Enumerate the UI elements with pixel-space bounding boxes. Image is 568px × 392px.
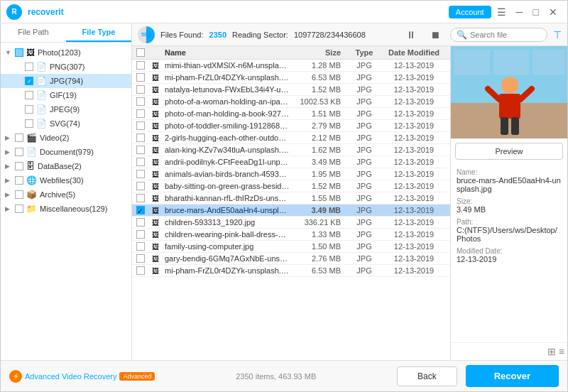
- file-checkbox[interactable]: [136, 254, 145, 263]
- tree-checkbox-video[interactable]: [15, 134, 23, 142]
- minimize-button[interactable]: ─: [512, 5, 528, 19]
- tree-item-svg[interactable]: 📄 SVG(74): [1, 116, 131, 131]
- file-checkbox[interactable]: [136, 61, 145, 70]
- tree-checkbox-gif[interactable]: [25, 91, 33, 99]
- tree-item-gif[interactable]: 📄 GIF(19): [1, 88, 131, 102]
- reading-sector-label: Reading Sector:: [232, 31, 288, 39]
- advanced-video-recovery-link[interactable]: Advanced Video Recovery: [25, 372, 116, 381]
- tree-checkbox-photo[interactable]: [15, 48, 23, 57]
- file-size: 1.55 MB: [290, 194, 346, 202]
- tree-item-jpg[interactable]: ✓ 📄 JPG(794): [1, 74, 131, 88]
- tree-item-document[interactable]: ▶ 📄 Document(979): [1, 145, 131, 159]
- tab-filepath[interactable]: File Path: [1, 23, 66, 42]
- menu-button[interactable]: ☰: [493, 5, 510, 19]
- tree-checkbox-jpg[interactable]: ✓: [25, 77, 33, 85]
- table-row[interactable]: 🖼 photo-of-a-woman-holding-an-ipad-7... …: [132, 96, 450, 108]
- svg-point-8: [501, 77, 518, 94]
- preview-modified-label: Modified Date:: [457, 247, 562, 255]
- stop-button[interactable]: ⏹: [426, 27, 444, 43]
- file-checkbox[interactable]: [136, 218, 145, 227]
- table-row[interactable]: 🖼 baby-sitting-on-green-grass-beside-...…: [132, 180, 450, 192]
- file-checkbox[interactable]: [136, 230, 145, 239]
- file-checkbox[interactable]: ✓: [136, 206, 145, 214]
- file-checkbox[interactable]: [136, 182, 145, 190]
- file-checkbox[interactable]: [136, 158, 145, 166]
- tree-label-png: PNG(307): [50, 62, 85, 71]
- tree-item-archive[interactable]: ▶ 📦 Archive(5): [1, 187, 131, 202]
- tree-checkbox-document[interactable]: [15, 148, 23, 156]
- pause-button[interactable]: ⏸: [402, 27, 420, 43]
- table-row[interactable]: 🖼 2-girls-hugging-each-other-outdoor-...…: [132, 132, 450, 144]
- tree-checkbox-svg[interactable]: [25, 119, 33, 128]
- recover-button[interactable]: Recover: [466, 365, 559, 387]
- app-logo-icon: R: [6, 4, 22, 20]
- file-date: 12-13-2019: [382, 109, 446, 118]
- tree-item-database[interactable]: ▶ 🗄 DataBase(2): [1, 159, 131, 173]
- table-row[interactable]: 🖼 bharathi-kannan-rfL-thIRzDs-unsplas...…: [132, 192, 450, 205]
- table-row[interactable]: 🖼 family-using-computer.jpg 1.50 MB JPG …: [132, 241, 450, 253]
- file-checkbox[interactable]: [136, 134, 145, 142]
- tree-item-video[interactable]: ▶ 🎬 Video(2): [1, 131, 131, 145]
- table-row[interactable]: 🖼 natalya-letunova-FWxEbL34i4Y-unsp... 1…: [132, 84, 450, 96]
- tree-checkbox-jpeg[interactable]: [25, 105, 33, 114]
- file-checkbox[interactable]: [136, 85, 145, 94]
- tree-checkbox-misc[interactable]: [15, 205, 23, 213]
- title-bar-left: R recoverit: [6, 4, 77, 20]
- table-row[interactable]: 🖼 mi-pham-FrZL0r4DZYk-unsplash.jpg 6.53 …: [132, 265, 450, 277]
- tree-checkbox-png[interactable]: [25, 62, 33, 71]
- table-row[interactable]: 🖼 children-593313_1920.jpg 336.21 KB JPG…: [132, 217, 450, 229]
- maximize-button[interactable]: □: [529, 5, 543, 19]
- file-checkbox[interactable]: [136, 73, 145, 82]
- file-checkbox[interactable]: [136, 266, 145, 275]
- list-view-button[interactable]: ≡: [559, 346, 564, 357]
- file-checkbox[interactable]: [136, 146, 145, 154]
- preview-button[interactable]: Preview: [455, 143, 563, 160]
- tree-item-misc[interactable]: ▶ 📁 Miscellaneous(129): [1, 202, 131, 216]
- table-row[interactable]: 🖼 andrii-podilnyk-CFtFeeaDg1I-unplas... …: [132, 156, 450, 168]
- select-all-checkbox[interactable]: [136, 48, 145, 57]
- table-row[interactable]: 🖼 photo-of-man-holding-a-book-92702... 1…: [132, 108, 450, 120]
- tree-label-webfiles: Webfiles(30): [40, 176, 84, 185]
- file-name: family-using-computer.jpg: [165, 242, 290, 251]
- table-row[interactable]: 🖼 alan-king-KZv7w34tluA-unsplash.jpg 1.6…: [132, 144, 450, 156]
- file-date: 12-13-2019: [382, 194, 446, 202]
- table-row[interactable]: 🖼 gary-bendig-6GMq7AGxNbE-unsplash... 2.…: [132, 253, 450, 265]
- tree-container: ▼ 🖼 Photo(1203) 📄 PNG(307) ✓ 📄: [1, 43, 131, 360]
- file-checkbox[interactable]: [136, 97, 145, 106]
- file-checkbox[interactable]: [136, 194, 145, 202]
- file-checkbox[interactable]: [136, 242, 145, 251]
- svg-rect-5: [454, 50, 490, 75]
- tree-checkbox-database[interactable]: [15, 162, 23, 170]
- table-row[interactable]: 🖼 children-wearing-pink-ball-dress-360..…: [132, 229, 450, 241]
- file-size: 1.62 MB: [290, 146, 346, 154]
- account-button[interactable]: Account: [449, 6, 491, 18]
- table-row[interactable]: 🖼 mimi-thian-vdXMSlX-n6M-unsplash.jpg 1.…: [132, 60, 450, 72]
- file-checkbox[interactable]: [136, 121, 145, 130]
- back-button[interactable]: Back: [397, 366, 457, 386]
- close-button[interactable]: ✕: [545, 5, 562, 19]
- file-name: animals-avian-birds-branch-459326.j...: [165, 170, 290, 178]
- preview-image: [451, 46, 567, 138]
- file-checkbox[interactable]: [136, 109, 145, 118]
- preview-size-value: 3.49 MB: [457, 205, 562, 214]
- tree-item-webfiles[interactable]: ▶ 🌐 Webfiles(30): [1, 173, 131, 187]
- preview-svg: [451, 46, 567, 138]
- tree-item-png[interactable]: 📄 PNG(307): [1, 60, 131, 74]
- tree-checkbox-archive[interactable]: [15, 190, 23, 199]
- filter-icon[interactable]: ⊤: [553, 29, 562, 40]
- preview-info: Name: bruce-mars-AndE50aaHn4-unsplash.jp…: [451, 164, 567, 342]
- search-input[interactable]: [470, 31, 541, 39]
- tab-filetype[interactable]: File Type: [66, 23, 131, 42]
- file-name: 2-girls-hugging-each-other-outdoor-...: [165, 134, 290, 142]
- table-row[interactable]: 🖼 animals-avian-birds-branch-459326.j...…: [132, 168, 450, 180]
- tree-checkbox-webfiles[interactable]: [15, 176, 23, 185]
- file-date: 12-13-2019: [382, 85, 446, 94]
- tree-item-jpeg[interactable]: 📄 JPEG(9): [1, 102, 131, 116]
- table-row[interactable]: 🖼 photo-of-toddler-smiling-1912868.jpg 2…: [132, 120, 450, 132]
- file-checkbox[interactable]: [136, 170, 145, 178]
- table-row[interactable]: ✓ 🖼 bruce-mars-AndE50aaHn4-unsplash... 3…: [132, 205, 450, 217]
- header-check[interactable]: [136, 48, 152, 57]
- grid-view-button[interactable]: ⊞: [547, 346, 556, 357]
- tree-item-photo[interactable]: ▼ 🖼 Photo(1203): [1, 45, 131, 60]
- table-row[interactable]: 🖼 mi-pham-FrZL0r4DZYk-unsplash.jpg 6.53 …: [132, 72, 450, 84]
